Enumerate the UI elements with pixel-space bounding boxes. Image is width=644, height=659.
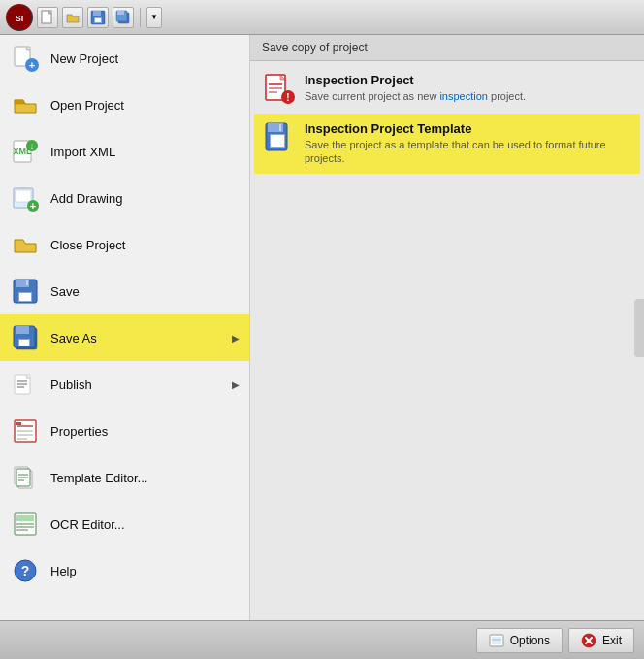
- main-area: + New Project Open Project XML ↓: [0, 35, 644, 620]
- svg-rect-10: [117, 11, 124, 15]
- inspection-template-title: Inspection Project Template: [305, 121, 630, 136]
- close-project-icon: [10, 229, 41, 260]
- menu-item-open-project[interactable]: Open Project: [0, 82, 249, 128]
- inspection-link[interactable]: inspection: [439, 90, 488, 102]
- side-edge-indicator: [634, 299, 644, 357]
- exit-label: Exit: [602, 634, 622, 647]
- svg-rect-30: [16, 326, 29, 334]
- menu-item-publish-label: Publish: [50, 378, 232, 392]
- menu-item-ocr-editor[interactable]: OCR Editor...: [0, 501, 249, 547]
- menu-item-save[interactable]: Save: [0, 268, 249, 314]
- toolbar-separator: [140, 8, 141, 27]
- svg-text:?: ?: [21, 563, 30, 578]
- options-icon: [489, 633, 504, 648]
- svg-rect-32: [19, 340, 29, 346]
- menu-item-add-drawing-label: Add Drawing: [50, 191, 240, 206]
- inspection-project-text: Inspection Project Save current project …: [305, 73, 630, 103]
- ocr-editor-icon: [10, 509, 41, 540]
- publish-arrow: ▶: [232, 379, 240, 390]
- add-drawing-icon: +: [10, 182, 41, 214]
- svg-rect-7: [95, 18, 101, 22]
- menu-item-help-label: Help: [50, 564, 240, 578]
- menu-item-save-label: Save: [50, 284, 240, 299]
- svg-text:↓: ↓: [30, 141, 35, 151]
- toolbar-new-btn[interactable]: [37, 7, 58, 28]
- import-xml-icon: XML ↓: [10, 136, 41, 167]
- menu-item-add-drawing[interactable]: + Add Drawing: [0, 175, 249, 221]
- inspection-template-panel-icon: [264, 121, 295, 152]
- save-icon: [10, 276, 41, 307]
- exit-button[interactable]: Exit: [568, 628, 634, 653]
- menu-item-new-project-label: New Project: [50, 51, 240, 66]
- toolbar-savecopy-btn[interactable]: [113, 7, 134, 28]
- menu-item-import-xml[interactable]: XML ↓ Import XML: [0, 128, 249, 175]
- svg-text:+: +: [29, 59, 35, 71]
- menu-item-close-project-label: Close Project: [50, 238, 240, 252]
- svg-rect-68: [279, 124, 281, 131]
- svg-rect-5: [93, 11, 101, 16]
- svg-rect-20: [16, 190, 31, 202]
- svg-rect-26: [19, 293, 31, 301]
- app-logo: SI: [6, 4, 33, 31]
- svg-rect-70: [492, 637, 501, 644]
- options-label: Options: [510, 634, 550, 647]
- menu-item-import-xml-label: Import XML: [50, 145, 240, 159]
- inspection-project-title: Inspection Project: [305, 73, 630, 87]
- svg-text:+: +: [30, 200, 36, 212]
- toolbar: SI ▼: [0, 0, 644, 35]
- menu-item-close-project[interactable]: Close Project: [0, 221, 249, 268]
- left-menu: + New Project Open Project XML ↓: [0, 35, 250, 620]
- menu-item-properties-label: Properties: [50, 424, 240, 439]
- toolbar-save-btn[interactable]: [87, 7, 109, 28]
- template-editor-icon: [10, 462, 41, 493]
- save-as-arrow: ▶: [232, 333, 240, 344]
- svg-rect-51: [16, 515, 34, 521]
- save-as-icon: [10, 322, 41, 353]
- menu-item-ocr-editor-label: OCR Editor...: [50, 517, 240, 532]
- right-panel: Save copy of project ! Inspection Proj: [250, 35, 644, 620]
- properties-icon: [10, 415, 41, 446]
- menu-item-help[interactable]: ? Help: [0, 547, 249, 594]
- panel-header: Save copy of project: [250, 35, 644, 61]
- open-project-icon: [10, 89, 41, 120]
- svg-rect-43: [16, 422, 21, 425]
- menu-item-open-project-label: Open Project: [50, 98, 240, 113]
- svg-text:SI: SI: [16, 14, 24, 23]
- toolbar-dropdown-btn[interactable]: ▼: [146, 7, 162, 28]
- panel-content: ! Inspection Project Save current projec…: [250, 61, 644, 620]
- panel-item-inspection-template[interactable]: Inspection Project Template Save the pro…: [254, 114, 640, 174]
- panel-item-inspection-project[interactable]: ! Inspection Project Save current projec…: [254, 65, 640, 112]
- menu-item-publish[interactable]: Publish ▶: [0, 361, 249, 408]
- help-icon: ?: [10, 555, 41, 586]
- menu-item-save-as[interactable]: Save As ▶: [0, 314, 249, 361]
- exit-icon: [581, 633, 596, 648]
- menu-item-save-as-label: Save As: [50, 331, 232, 346]
- inspection-template-text: Inspection Project Template Save the pro…: [305, 121, 630, 166]
- bottom-bar: Options Exit: [0, 620, 644, 659]
- options-button[interactable]: Options: [476, 628, 563, 653]
- menu-item-template-editor-label: Template Editor...: [50, 471, 240, 485]
- publish-icon: [10, 369, 41, 400]
- toolbar-open-btn[interactable]: [62, 7, 83, 28]
- inspection-template-desc: Save the project as a template that can …: [305, 138, 630, 166]
- menu-item-new-project[interactable]: + New Project: [0, 35, 249, 82]
- menu-item-properties[interactable]: Properties: [0, 408, 249, 454]
- inspection-project-desc: Save current project as new inspection p…: [305, 89, 630, 103]
- menu-item-template-editor[interactable]: Template Editor...: [0, 454, 249, 501]
- svg-rect-67: [271, 135, 284, 147]
- svg-rect-27: [26, 280, 28, 285]
- new-project-icon: +: [10, 43, 41, 74]
- svg-text:!: !: [286, 92, 289, 103]
- inspection-project-panel-icon: !: [264, 73, 295, 104]
